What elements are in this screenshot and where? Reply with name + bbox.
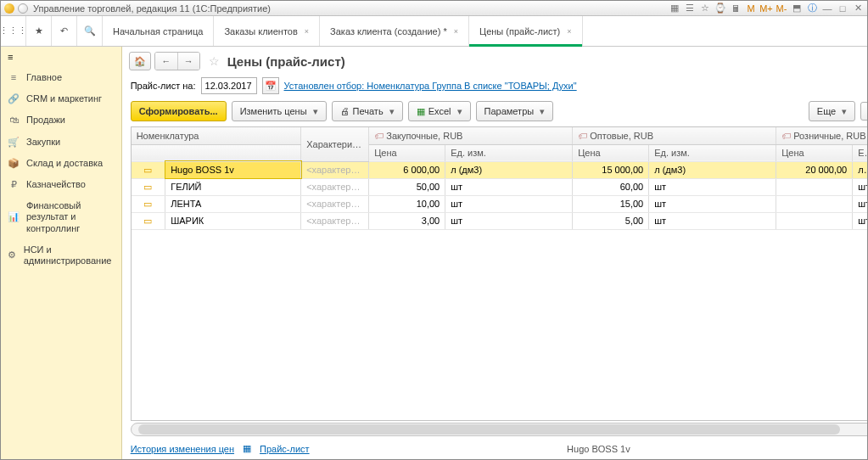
table-row[interactable]: ▭ Hugo BOSS 1v <характерист... 6 000,00 … [132, 161, 867, 178]
date-label: Прайс-лист на: [131, 81, 196, 91]
sidebar-item-purchases[interactable]: 🛒Закупки [1, 132, 121, 153]
box-icon: 📦 [8, 158, 20, 169]
sidebar-item-main[interactable]: ≡Главное [1, 67, 121, 88]
col-price1[interactable]: Цена [369, 144, 445, 161]
col-unit2[interactable]: Ед. изм. [649, 144, 776, 161]
nav-buttons: ← → [154, 52, 200, 70]
col-group1[interactable]: 🏷 Закупочные, RUB [369, 127, 573, 144]
sys-icon [18, 3, 28, 14]
close-icon[interactable]: × [305, 27, 309, 36]
change-prices-button[interactable]: Изменить цены▾ [232, 101, 327, 121]
doc-icon: ▦ [243, 443, 251, 454]
minimize-button[interactable]: — [821, 3, 833, 14]
statusbar: История изменения цен ▦ Прайс-лист Hugo … [122, 438, 867, 459]
col-unit1[interactable]: Ед. изм. [445, 144, 573, 161]
search-icon[interactable]: 🔍 [77, 16, 103, 46]
sidebar-item-admin[interactable]: ⚙НСИ и администрирование [1, 239, 121, 272]
tb-icon[interactable]: ☰ [684, 3, 696, 14]
table-row[interactable]: ▭ ГЕЛИЙ <характерист... 50,00 шт 60,00 ш… [132, 178, 867, 195]
page-title: Цены (прайс-лист) [227, 54, 345, 69]
cell-name[interactable]: Hugo BOSS 1v [165, 161, 301, 178]
money-icon: ₽ [8, 179, 20, 190]
link-icon[interactable]: ↶ [52, 16, 77, 46]
tb-icon[interactable]: ⬒ [791, 3, 803, 14]
app-icon [4, 3, 14, 14]
crm-icon: 🔗 [8, 93, 20, 104]
tb-icon[interactable]: M+ [760, 3, 772, 14]
col-nomen[interactable]: Номенклатура [132, 127, 301, 144]
close-icon[interactable]: × [454, 27, 458, 36]
col-unit3[interactable]: Ед. изм. [853, 144, 867, 161]
calendar-button[interactable]: 📅 [262, 77, 279, 94]
h-scrollbar[interactable] [131, 423, 867, 436]
grid-body: ▭ Hugo BOSS 1v <характерист... 6 000,00 … [132, 161, 867, 229]
excel-button[interactable]: ▦Excel▾ [408, 101, 471, 121]
tabs: Начальная страница Заказы клиентов× Зака… [103, 16, 583, 46]
tb-icon[interactable]: 🖩 [730, 3, 742, 14]
sidebar-item-sales[interactable]: 🛍Продажи [1, 109, 121, 131]
close-icon[interactable]: × [567, 27, 571, 36]
toolbar: Сформировать... Изменить цены▾ 🖨Печать▾ … [122, 101, 867, 126]
filter-row: Прайс-лист на: 12.03.2017 📅 Установлен о… [122, 74, 867, 101]
maximize-button[interactable]: □ [837, 3, 848, 14]
chevron-down-icon: ▾ [842, 106, 847, 117]
close-button[interactable]: ✕ [852, 3, 864, 14]
tb-icon[interactable]: ⌚ [714, 3, 726, 14]
sidebar: ≡ ≡Главное 🔗CRM и маркетинг 🛍Продажи 🛒За… [1, 47, 122, 459]
tb-icon[interactable]: M [745, 3, 757, 14]
chart-icon: 📊 [8, 211, 20, 222]
table-row[interactable]: ▭ ШАРИК <характерист... 3,00 шт 5,00 шт … [132, 212, 867, 229]
sidebar-toggle[interactable]: ≡ [1, 47, 121, 67]
params-button[interactable]: Параметры▾ [476, 101, 554, 121]
sidebar-item-crm[interactable]: 🔗CRM и маркетинг [1, 88, 121, 109]
help-button[interactable]: ? [860, 102, 867, 121]
tab-prices[interactable]: Цены (прайс-лист)× [469, 16, 582, 46]
window-title: Управление торговлей, редакция 11 (1С:Пр… [33, 3, 669, 14]
status-current: Hugo BOSS 1v [318, 444, 867, 454]
titlebar: Управление торговлей, редакция 11 (1С:Пр… [1, 1, 867, 16]
cart-icon: 🛒 [8, 137, 20, 148]
tab-home[interactable]: Начальная страница [103, 16, 214, 46]
col-group3[interactable]: 🏷 Розничные, RUB [776, 127, 867, 144]
star-icon[interactable]: ☆ [209, 54, 224, 68]
home-button[interactable]: 🏠 [129, 52, 151, 70]
history-link[interactable]: История изменения цен [131, 444, 234, 454]
col-char[interactable]: Характеристика [301, 127, 369, 161]
tb-icon[interactable]: M- [776, 3, 787, 14]
filter-link[interactable]: Установлен отбор: Номенклатура Группа В … [284, 81, 577, 91]
tag-icon: 🏷 [781, 131, 791, 141]
tb-icon[interactable]: ▦ [669, 3, 680, 14]
forward-button[interactable]: → [177, 53, 199, 70]
item-icon: ▭ [143, 165, 152, 175]
print-button[interactable]: 🖨Печать▾ [332, 101, 403, 121]
pricelist-link[interactable]: Прайс-лист [260, 444, 310, 454]
chevron-down-icon: ▾ [313, 106, 318, 117]
tab-order-create[interactable]: Заказ клиента (создание) *× [320, 16, 469, 46]
item-icon: ▭ [143, 182, 152, 192]
sales-icon: 🛍 [8, 115, 20, 126]
chevron-down-icon: ▾ [389, 106, 395, 117]
item-icon: ▭ [143, 199, 152, 209]
main-area: 🏠 ← → ☆ Цены (прайс-лист) × Прайс-лист н… [122, 47, 867, 459]
col-price3[interactable]: Цена [776, 144, 853, 161]
form-button[interactable]: Сформировать... [131, 101, 227, 121]
fav-icon[interactable]: ★ [26, 16, 52, 46]
date-input[interactable]: 12.03.2017 [201, 77, 257, 94]
sidebar-item-warehouse[interactable]: 📦Склад и доставка [1, 153, 121, 174]
table-row[interactable]: ▭ ЛЕНТА <характерист... 10,00 шт 15,00 ш… [132, 195, 867, 212]
page-close[interactable]: × [865, 54, 867, 68]
more-button[interactable]: Еще▾ [809, 101, 855, 121]
tb-icon[interactable]: ⓘ [806, 3, 818, 14]
tb-icon[interactable]: ☆ [699, 3, 711, 14]
col-price2[interactable]: Цена [573, 144, 649, 161]
price-grid[interactable]: Номенклатура Характеристика 🏷 Закупочные… [131, 126, 867, 421]
back-button[interactable]: ← [155, 53, 177, 70]
apps-icon[interactable]: ⋮⋮⋮ [1, 16, 26, 46]
chevron-down-icon: ▾ [540, 106, 545, 117]
tab-orders[interactable]: Заказы клиентов× [214, 16, 320, 46]
sidebar-item-money[interactable]: ₽Казначейство [1, 174, 121, 195]
tag-icon: 🏷 [374, 131, 384, 141]
main-tabstrip: ⋮⋮⋮ ★ ↶ 🔍 Начальная страница Заказы клие… [1, 16, 867, 47]
col-group2[interactable]: 🏷 Оптовые, RUB [573, 127, 776, 144]
sidebar-item-finance[interactable]: 📊Финансовый результат и контроллинг [1, 195, 121, 239]
